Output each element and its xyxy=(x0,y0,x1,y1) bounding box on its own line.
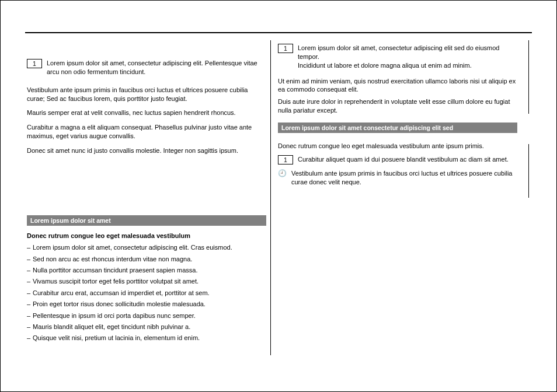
step-text-line-2: Incididunt ut labore et dolore magna ali… xyxy=(298,62,472,69)
step-number-box: 1 xyxy=(278,44,293,53)
tip-text: Vestibulum ante ipsum primis in faucibus… xyxy=(291,169,517,187)
right-step-2: 1 Curabitur aliquet quam id dui posuere … xyxy=(278,155,517,164)
left-column: 1 Lorem ipsum dolor sit amet, consectetu… xyxy=(27,59,266,161)
left-bullet-list: Lorem ipsum dolor sit amet, consectetur … xyxy=(27,243,266,343)
column-divider xyxy=(270,40,271,355)
left-section-bar: Lorem ipsum dolor sit amet xyxy=(27,215,266,226)
right-note-2: Duis aute irure dolor in reprehenderit i… xyxy=(278,97,517,115)
right-step-1: 1 Lorem ipsum dolor sit amet, consectetu… xyxy=(278,44,517,70)
right-section-intro: Donec rutrum congue leo eget malesuada v… xyxy=(278,142,517,150)
left-note-2: Mauris semper erat at velit convallis, n… xyxy=(27,108,266,117)
tip-block: 🕘 Vestibulum ante ipsum primis in faucib… xyxy=(278,169,517,187)
right-section-body: Donec rutrum congue leo eget malesuada v… xyxy=(278,142,517,191)
list-item: Curabitur arcu erat, accumsan id imperdi… xyxy=(27,289,266,298)
list-item: Mauris blandit aliquet elit, eget tincid… xyxy=(27,323,266,331)
step-text-line-1: Lorem ipsum dolor sit amet, consectetur … xyxy=(298,44,499,60)
list-item: Quisque velit nisi, pretium ut lacinia i… xyxy=(27,334,266,342)
page-frame: 1 Lorem ipsum dolor sit amet, consectetu… xyxy=(0,0,557,392)
list-item: Proin eget tortor risus donec sollicitud… xyxy=(27,300,266,309)
right-margin-rule-mid xyxy=(528,144,529,198)
list-item: Pellentesque in ipsum id orci porta dapi… xyxy=(27,312,266,320)
left-step-1: 1 Lorem ipsum dolor sit amet, consectetu… xyxy=(27,59,266,76)
list-item: Vivamus suscipit tortor eget felis portt… xyxy=(27,277,266,286)
step-number-box: 1 xyxy=(27,59,42,68)
step-number-box: 1 xyxy=(278,155,293,164)
step-text: Lorem ipsum dolor sit amet, consectetur … xyxy=(298,44,517,70)
right-section-bar: Lorem ipsum dolor sit amet consectetur a… xyxy=(278,123,517,133)
list-item: Lorem ipsum dolor sit amet, consectetur … xyxy=(27,243,266,252)
list-item: Nulla porttitor accumsan tincidunt praes… xyxy=(27,266,266,275)
left-note-3: Curabitur a magna a elit aliquam consequ… xyxy=(27,123,266,141)
clock-icon: 🕘 xyxy=(278,169,287,177)
left-section-body: Donec rutrum congue leo eget malesuada v… xyxy=(27,232,266,345)
top-rule xyxy=(25,32,532,33)
step-text: Lorem ipsum dolor sit amet, consectetur … xyxy=(47,59,266,76)
right-margin-rule-top xyxy=(528,40,529,114)
right-note-1: Ut enim ad minim veniam, quis nostrud ex… xyxy=(278,77,517,94)
list-item: Sed non arcu ac est rhoncus interdum vit… xyxy=(27,255,266,264)
right-column-top: 1 Lorem ipsum dolor sit amet, consectetu… xyxy=(278,41,517,118)
left-heading: Donec rutrum congue leo eget malesuada v… xyxy=(27,232,266,240)
step-text: Curabitur aliquet quam id dui posuere bl… xyxy=(298,155,517,164)
left-note-1: Vestibulum ante ipsum primis in faucibus… xyxy=(27,86,266,103)
left-note-4: Donec sit amet nunc id justo convallis m… xyxy=(27,146,266,155)
